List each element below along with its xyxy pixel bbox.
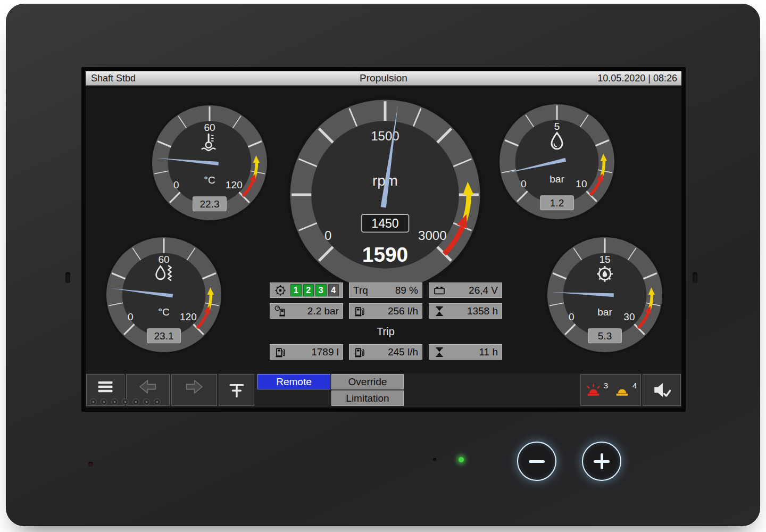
alarm-beacon-icon xyxy=(585,381,602,399)
datetime: 10.05.2020 | 08:26 xyxy=(597,73,677,84)
fuel-pressure-tile: 2.2 bar xyxy=(270,303,343,319)
svg-text:°C: °C xyxy=(158,306,170,318)
svg-text:1590: 1590 xyxy=(362,243,408,266)
header: Shaft Stbd Propulsion 10.05.2020 | 08:26 xyxy=(86,71,681,86)
alarm-count: 3 xyxy=(604,381,608,390)
svg-text:30: 30 xyxy=(623,311,635,322)
svg-text:23.1: 23.1 xyxy=(154,330,173,342)
hourglass-icon xyxy=(433,305,446,318)
hourglass-icon xyxy=(433,346,446,359)
svg-text:bar: bar xyxy=(549,173,564,185)
trip-fuel-value: 1789 l xyxy=(311,346,339,358)
toolbar: Remote Override Limitation 3 4 xyxy=(86,373,681,408)
svg-text:bar: bar xyxy=(597,306,612,318)
quick-icon[interactable] xyxy=(90,398,97,405)
device-bezel: Shaft Stbd Propulsion 10.05.2020 | 08:26… xyxy=(6,4,760,526)
cylinder-1-indicator: 1 xyxy=(290,284,302,296)
trip-fuel-rate-value: 245 l/h xyxy=(388,346,418,358)
quick-icon[interactable] xyxy=(101,398,107,405)
warning-group: 4 xyxy=(613,381,637,399)
trim-icon xyxy=(226,379,247,401)
gear-oil-temp-gauge: 600120°C23.1 xyxy=(104,235,223,354)
svg-text:1500: 1500 xyxy=(371,129,399,143)
override-button[interactable]: Override xyxy=(331,374,404,389)
rpm-gauge: 150003000rpm14501590 xyxy=(287,96,484,293)
dim-up-button[interactable] xyxy=(582,442,621,481)
status-led xyxy=(459,457,464,462)
arrow-left-icon xyxy=(136,376,160,398)
trip-fuel-tile: 1789 l xyxy=(270,344,343,360)
fuel-rate-tile: 256 l/h xyxy=(349,303,422,319)
cylinder-status-tile: 1 2 3 4 xyxy=(270,282,343,298)
svg-text:1450: 1450 xyxy=(371,217,398,230)
svg-text:5.3: 5.3 xyxy=(598,330,612,342)
trim-button[interactable] xyxy=(219,374,254,406)
quick-icon[interactable] xyxy=(122,398,129,405)
coolant-temp-gauge: 600120°C22.3 xyxy=(150,103,269,222)
station-title: Shaft Stbd xyxy=(91,73,136,84)
plus-icon xyxy=(594,453,610,469)
trip-section-label: Trip xyxy=(349,326,422,338)
quick-icon[interactable] xyxy=(154,398,161,405)
speaker-icon xyxy=(651,379,673,401)
remote-button[interactable]: Remote xyxy=(257,374,330,389)
torque-tile: Trq 89 % xyxy=(349,282,422,298)
light-sensor xyxy=(433,458,436,461)
cylinder-4-indicator: 4 xyxy=(328,284,339,296)
engine-icon xyxy=(274,284,287,297)
engine-oil-pressure-gauge: 5010bar1.2 xyxy=(497,102,617,221)
torque-label: Trq xyxy=(353,285,368,296)
svg-text:3000: 3000 xyxy=(418,228,447,243)
menu-icon xyxy=(94,377,117,396)
svg-text:15: 15 xyxy=(599,254,610,265)
svg-text:0: 0 xyxy=(521,178,527,189)
mount-clip-right xyxy=(693,272,697,283)
quick-icon[interactable] xyxy=(111,398,118,405)
svg-text:0: 0 xyxy=(569,311,574,322)
svg-text:0: 0 xyxy=(128,311,134,322)
svg-text:120: 120 xyxy=(226,179,243,190)
forward-button[interactable] xyxy=(171,374,217,406)
svg-text:60: 60 xyxy=(158,254,169,265)
svg-text:60: 60 xyxy=(204,122,215,133)
battery-value: 26,4 V xyxy=(469,285,498,296)
svg-text:10: 10 xyxy=(576,178,587,189)
power-led xyxy=(88,462,93,467)
trip-hours-value: 11 h xyxy=(479,346,498,358)
svg-text:22.3: 22.3 xyxy=(199,198,219,210)
quick-icon[interactable] xyxy=(132,398,139,405)
trip-fuel-rate-tile: 245 l/h xyxy=(349,344,422,360)
gear-oil-pressure-gauge: 15030bar5.3 xyxy=(545,235,664,354)
svg-text:0: 0 xyxy=(173,179,179,190)
alarm-status-button[interactable]: 3 4 xyxy=(580,374,641,406)
torque-value: 89 % xyxy=(395,285,418,296)
warning-lamp-icon xyxy=(613,381,631,399)
fuel-icon xyxy=(353,346,366,359)
fuel-rate-value: 256 l/h xyxy=(388,305,418,317)
engine-hours-value: 1358 h xyxy=(467,305,498,317)
fuel-pressure-icon xyxy=(274,305,287,318)
svg-text:120: 120 xyxy=(180,311,197,322)
fuel-p-icon xyxy=(353,305,366,318)
cylinder-2-indicator: 2 xyxy=(303,284,314,296)
screen: Shaft Stbd Propulsion 10.05.2020 | 08:26… xyxy=(86,71,681,408)
dim-down-button[interactable] xyxy=(517,442,556,481)
svg-text:0: 0 xyxy=(324,228,331,243)
svg-text:1.2: 1.2 xyxy=(550,197,564,209)
fuel-icon xyxy=(274,346,287,359)
trip-hours-tile: 11 h xyxy=(429,344,502,360)
svg-text:5: 5 xyxy=(554,121,560,132)
battery-tile: 26,4 V xyxy=(429,282,502,298)
battery-icon xyxy=(433,284,446,297)
page-title: Propulsion xyxy=(360,72,407,84)
arrow-right-icon xyxy=(182,376,206,398)
quick-access-bar xyxy=(90,398,161,405)
quick-icon[interactable] xyxy=(143,398,150,405)
warning-count: 4 xyxy=(632,381,637,390)
mount-clip-left xyxy=(65,272,70,283)
limitation-button[interactable]: Limitation xyxy=(331,390,404,406)
acknowledge-button[interactable] xyxy=(643,374,681,406)
cylinder-3-indicator: 3 xyxy=(315,284,327,296)
svg-text:°C: °C xyxy=(204,174,215,186)
alarm-group: 3 xyxy=(585,381,608,399)
